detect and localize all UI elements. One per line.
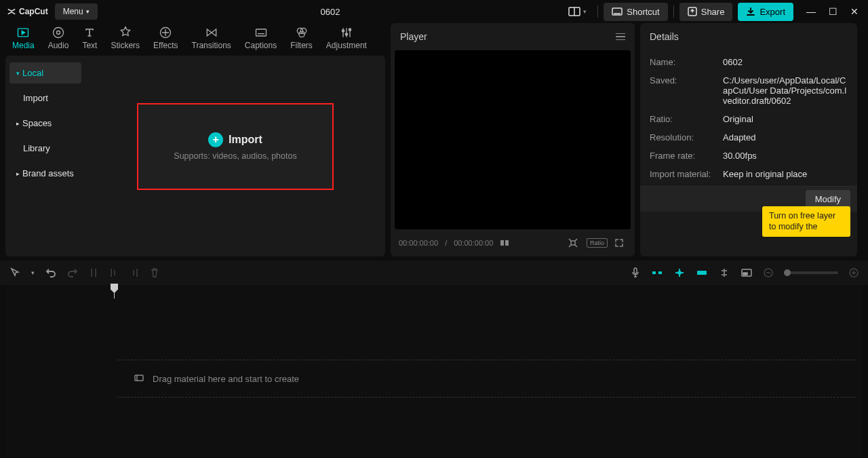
- detail-row-saved: Saved: C:/Users/user/AppData/Local/CapCu…: [650, 75, 848, 106]
- export-button[interactable]: Export: [738, 3, 793, 21]
- media-sidebar: ▾ Local Import ▸ Spaces Library ▸ Brand …: [5, 56, 85, 256]
- redo-icon: [67, 267, 78, 278]
- trim-right-icon: [130, 267, 139, 278]
- modify-button[interactable]: Modify: [806, 190, 850, 208]
- svg-point-32: [678, 271, 681, 274]
- align-icon[interactable]: [719, 267, 730, 278]
- player-controls: 00:00:00:00 / 00:00:00:00 Ratio: [391, 229, 635, 256]
- zoom-slider[interactable]: [784, 271, 838, 274]
- tab-filters[interactable]: Filters: [286, 23, 317, 56]
- split-icon: [89, 267, 98, 278]
- tab-media[interactable]: Media: [8, 23, 39, 56]
- cursor-tool-icon[interactable]: [9, 267, 20, 278]
- chevron-down-icon: ▾: [86, 8, 90, 15]
- import-subtitle: Supports: videos, audios, photos: [174, 151, 296, 161]
- svg-point-17: [342, 30, 344, 32]
- zoom-out-icon[interactable]: [764, 268, 773, 278]
- maximize-button[interactable]: ☐: [826, 6, 840, 17]
- layout-button[interactable]: ▾: [563, 4, 592, 19]
- svg-point-18: [345, 33, 347, 35]
- detail-row-resolution: Resolution: Adapted: [650, 132, 848, 142]
- import-dropzone[interactable]: + Import Supports: videos, audios, photo…: [137, 103, 334, 190]
- media-area: + Import Supports: videos, audios, photo…: [85, 56, 385, 256]
- preview-icon[interactable]: [696, 269, 708, 277]
- mic-icon[interactable]: [631, 267, 640, 278]
- playhead[interactable]: [114, 285, 115, 299]
- svg-point-12: [300, 28, 306, 33]
- track-icon: [134, 373, 144, 385]
- crop-icon[interactable]: [568, 237, 580, 248]
- ratio-button[interactable]: Ratio: [587, 238, 608, 248]
- tab-text[interactable]: Text: [78, 23, 101, 56]
- free-layer-tooltip: Turn on free layer to modify the: [762, 206, 850, 237]
- svg-point-6: [54, 28, 64, 38]
- tab-adjustment[interactable]: Adjustment: [322, 23, 371, 56]
- link-icon[interactable]: [674, 267, 685, 278]
- magnet-icon[interactable]: [651, 268, 663, 278]
- detail-row-name: Name: 0602: [650, 57, 848, 67]
- sidebar-item-import[interactable]: Import: [9, 88, 81, 109]
- svg-rect-31: [658, 271, 662, 274]
- timeline-hint: Drag material here and start to create: [153, 374, 299, 384]
- timeline[interactable]: Drag material here and start to create: [5, 285, 863, 456]
- caret-right-icon: ▸: [16, 170, 20, 177]
- svg-point-19: [349, 28, 351, 31]
- project-title: 0602: [104, 7, 557, 17]
- close-button[interactable]: ✕: [848, 6, 861, 17]
- detail-row-ratio: Ratio: Original: [650, 114, 848, 124]
- svg-rect-22: [571, 241, 575, 245]
- tab-audio[interactable]: Audio: [44, 23, 73, 56]
- shortcut-button[interactable]: Shortcut: [604, 3, 667, 21]
- svg-rect-21: [505, 240, 509, 246]
- brand-text: CapCut: [19, 7, 48, 16]
- player-panel: Player 00:00:00:00 / 00:00:00:00 Ratio: [391, 23, 635, 256]
- svg-point-13: [298, 31, 304, 37]
- zoom-in-icon[interactable]: [849, 268, 859, 278]
- sidebar-item-local[interactable]: ▾ Local: [9, 62, 81, 83]
- detail-row-import-material: Import material: Keep in original place: [650, 169, 848, 179]
- media-panel: Media Audio Text Stickers Effects Transi…: [5, 23, 385, 256]
- undo-icon[interactable]: [45, 267, 56, 278]
- svg-rect-33: [697, 271, 707, 275]
- cursor-dropdown-icon[interactable]: ▾: [31, 269, 35, 276]
- app-logo: CapCut: [7, 7, 48, 16]
- sidebar-item-brand-assets[interactable]: ▸ Brand assets: [9, 163, 81, 184]
- tab-stickers[interactable]: Stickers: [106, 23, 144, 56]
- tab-effects[interactable]: Effects: [149, 23, 182, 56]
- details-title: Details: [650, 31, 679, 42]
- sidebar-item-library[interactable]: Library: [9, 138, 81, 159]
- svg-rect-20: [500, 240, 504, 246]
- detail-row-framerate: Frame rate: 30.00fps: [650, 151, 848, 161]
- track-view-icon[interactable]: [741, 268, 753, 278]
- delete-icon: [150, 267, 159, 278]
- chevron-down-icon: ▾: [583, 8, 587, 15]
- compare-icon[interactable]: [500, 238, 512, 248]
- player-menu-icon[interactable]: [616, 33, 625, 41]
- tab-captions[interactable]: Captions: [241, 23, 281, 56]
- separator: [597, 5, 598, 18]
- tab-transitions[interactable]: Transitions: [188, 23, 235, 56]
- player-viewport[interactable]: [395, 50, 631, 229]
- timeline-empty-track: Drag material here and start to create: [117, 360, 856, 398]
- time-total: 00:00:00:00: [454, 239, 493, 247]
- svg-rect-36: [743, 273, 747, 275]
- svg-rect-42: [135, 375, 143, 381]
- svg-rect-29: [634, 268, 637, 273]
- asset-tabs: Media Audio Text Stickers Effects Transi…: [5, 23, 385, 56]
- menu-button[interactable]: Menu ▾: [55, 3, 98, 20]
- share-button[interactable]: Share: [679, 3, 733, 21]
- timeline-toolbar: ▾: [0, 261, 868, 285]
- import-title: Import: [229, 134, 262, 146]
- caret-right-icon: ▸: [16, 120, 20, 127]
- separator: [673, 5, 674, 18]
- svg-rect-9: [256, 29, 266, 36]
- trim-left-icon: [109, 267, 119, 278]
- fullscreen-icon[interactable]: [614, 238, 627, 248]
- svg-rect-30: [652, 271, 656, 274]
- minimize-button[interactable]: —: [804, 6, 818, 17]
- details-panel: Details Name: 0602 Saved: C:/Users/user/…: [640, 23, 857, 256]
- plus-icon: +: [208, 132, 223, 147]
- svg-point-7: [57, 31, 60, 35]
- caret-down-icon: ▾: [16, 70, 20, 77]
- sidebar-item-spaces[interactable]: ▸ Spaces: [9, 113, 81, 134]
